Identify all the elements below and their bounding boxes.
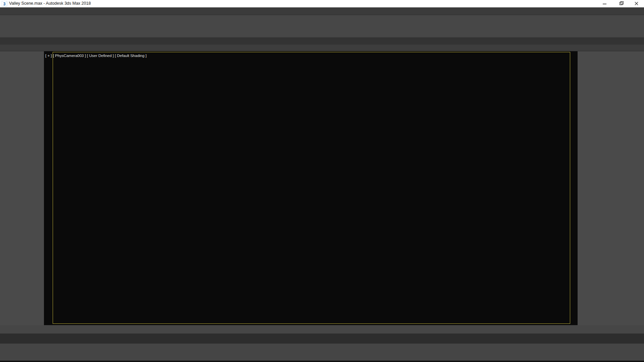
svg-text:3: 3: [3, 2, 6, 6]
